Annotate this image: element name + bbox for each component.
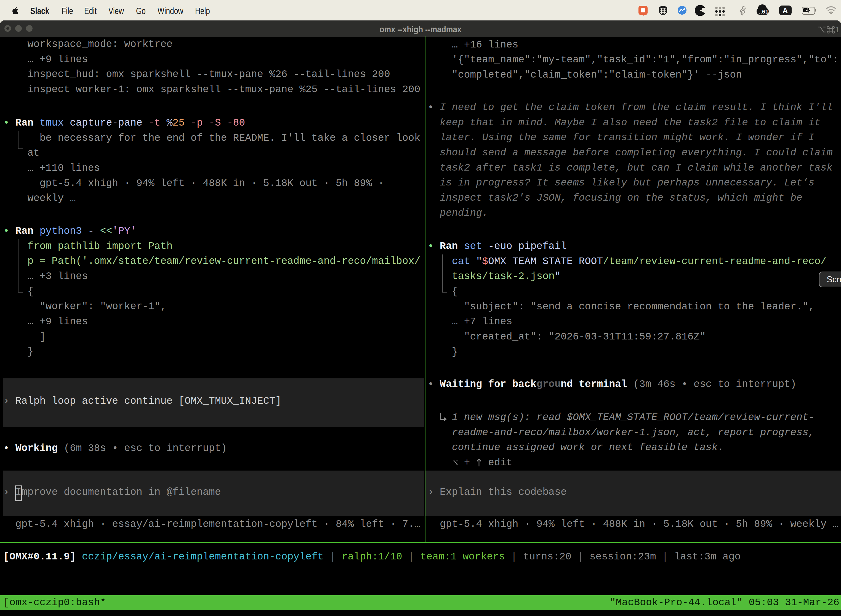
svg-text:1: 1 xyxy=(835,26,840,34)
